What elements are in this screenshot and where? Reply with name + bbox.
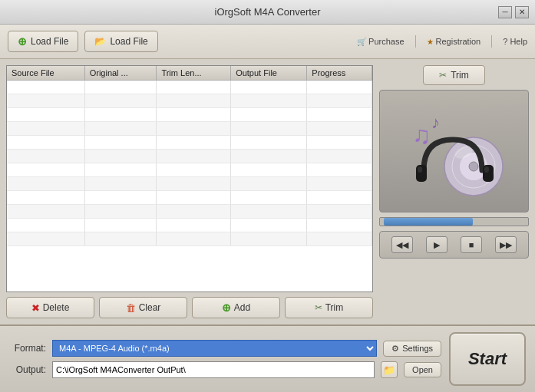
file-table: Source File Original ... Trim Len... Out… xyxy=(7,66,372,246)
svg-text:♫: ♫ xyxy=(412,121,431,149)
trim-btn-container: ✂ Trim xyxy=(379,65,529,85)
right-panel: ✂ Trim ♫ ♪ xyxy=(379,65,529,318)
delete-label: Delete xyxy=(43,302,70,313)
table-row xyxy=(7,81,372,94)
title-bar: iOrgSoft M4A Converter ─ ✕ xyxy=(0,0,535,25)
toolbar-divider-2 xyxy=(491,35,492,48)
table-row xyxy=(7,136,372,150)
delete-button[interactable]: ✖ Delete xyxy=(6,297,94,318)
action-buttons: ✖ Delete 🗑 Clear ⊕ Add ✂ Trim xyxy=(6,297,373,318)
table-row xyxy=(7,122,372,136)
start-label: Start xyxy=(468,349,507,369)
folder-icon: 📁 xyxy=(383,364,395,376)
trim-icon: ✂ xyxy=(315,302,322,313)
play-button[interactable]: ▶ xyxy=(426,236,447,253)
delete-icon: ✖ xyxy=(31,302,40,314)
stop-button[interactable]: ■ xyxy=(461,236,482,253)
table-row xyxy=(7,219,372,232)
col-original: Original ... xyxy=(84,66,157,81)
forward-button[interactable]: ▶▶ xyxy=(495,236,517,253)
table-row xyxy=(7,94,372,108)
format-label: Format: xyxy=(9,343,46,354)
clear-button[interactable]: 🗑 Clear xyxy=(99,297,187,318)
settings-label: Settings xyxy=(402,344,433,353)
start-button[interactable]: Start xyxy=(449,332,526,386)
playback-controls: ◀◀ ▶ ■ ▶▶ xyxy=(379,231,529,259)
output-row: Output: 📁 Open xyxy=(9,361,441,378)
file-table-container: Source File Original ... Trim Len... Out… xyxy=(6,65,373,292)
browse-folder-button[interactable]: 📁 xyxy=(381,361,398,378)
svg-text:♪: ♪ xyxy=(431,113,440,132)
folder-load-icon: 📂 xyxy=(94,36,106,47)
format-row: Format: M4A - MPEG-4 Audio (*.m4a) MP3 -… xyxy=(9,340,441,357)
output-label: Output: xyxy=(9,364,46,375)
bottom-panel: Format: M4A - MPEG-4 Audio (*.m4a) MP3 -… xyxy=(0,324,535,392)
col-source: Source File xyxy=(7,66,84,81)
load-file-1-button[interactable]: ⊕ Load File xyxy=(8,31,78,52)
output-path-input[interactable] xyxy=(52,361,375,378)
settings-button[interactable]: ⚙ Settings xyxy=(383,341,441,357)
clear-label: Clear xyxy=(139,302,161,313)
table-row xyxy=(7,205,372,219)
window-title: iOrgSoft M4A Converter xyxy=(215,6,321,18)
format-select[interactable]: M4A - MPEG-4 Audio (*.m4a) MP3 - MPEG Au… xyxy=(52,340,377,357)
table-row xyxy=(7,163,372,177)
progress-bar[interactable] xyxy=(379,217,529,226)
rewind-icon: ◀◀ xyxy=(396,240,408,250)
left-panel: Source File Original ... Trim Len... Out… xyxy=(6,65,373,318)
preview-area: ♫ ♪ xyxy=(379,90,529,212)
rewind-button[interactable]: ◀◀ xyxy=(391,236,413,253)
stop-icon: ■ xyxy=(469,240,474,249)
table-row xyxy=(7,108,372,122)
bottom-left: Format: M4A - MPEG-4 Audio (*.m4a) MP3 -… xyxy=(9,340,441,378)
add-icon: ⊕ xyxy=(222,301,231,314)
toolbar-right: 🛒 Purchase ★ Registration ? Help xyxy=(357,35,527,48)
col-output: Output File xyxy=(231,66,307,81)
minimize-button[interactable]: ─ xyxy=(498,6,512,18)
load-file-2-button[interactable]: 📂 Load File xyxy=(84,31,157,52)
help-icon: ? xyxy=(503,37,507,46)
open-label: Open xyxy=(412,365,433,374)
registration-link[interactable]: ★ Registration xyxy=(427,37,481,46)
col-progress: Progress xyxy=(307,66,372,81)
table-row xyxy=(7,191,372,205)
reg-icon: ★ xyxy=(427,38,434,46)
preview-illustration: ♫ ♪ xyxy=(401,97,508,205)
table-row xyxy=(7,150,372,163)
trim-scissor-icon: ✂ xyxy=(439,70,447,81)
trim-action-button[interactable]: ✂ Trim xyxy=(285,297,373,318)
table-row xyxy=(7,177,372,191)
trim-label: Trim xyxy=(325,302,344,313)
main-container: ⊕ Load File 📂 Load File 🛒 Purchase ★ Reg… xyxy=(0,25,535,392)
svg-point-5 xyxy=(469,162,478,171)
toolbar: ⊕ Load File 📂 Load File 🛒 Purchase ★ Reg… xyxy=(0,25,535,59)
col-trim: Trim Len... xyxy=(157,66,231,81)
purchase-icon: 🛒 xyxy=(357,38,366,46)
close-button[interactable]: ✕ xyxy=(515,6,529,18)
clear-icon: 🗑 xyxy=(126,302,136,314)
play-icon: ▶ xyxy=(434,240,440,250)
content-area: Source File Original ... Trim Len... Out… xyxy=(0,59,535,324)
svg-rect-9 xyxy=(418,166,422,173)
add-label: Add xyxy=(234,302,250,313)
toolbar-left: ⊕ Load File 📂 Load File xyxy=(8,31,158,52)
trim-main-label: Trim xyxy=(451,70,469,81)
svg-rect-10 xyxy=(484,166,489,173)
window-controls: ─ ✕ xyxy=(498,6,529,18)
gear-icon: ⚙ xyxy=(391,344,399,354)
table-row xyxy=(7,232,372,246)
progress-thumb xyxy=(384,218,473,226)
open-button[interactable]: Open xyxy=(404,362,441,377)
toolbar-divider xyxy=(415,35,416,48)
load-file-2-label: Load File xyxy=(110,36,147,47)
forward-icon: ▶▶ xyxy=(500,240,512,250)
plus-icon: ⊕ xyxy=(18,35,27,48)
load-file-1-label: Load File xyxy=(31,36,68,47)
purchase-link[interactable]: 🛒 Purchase xyxy=(357,37,404,46)
trim-main-button[interactable]: ✂ Trim xyxy=(423,65,485,85)
help-link[interactable]: ? Help xyxy=(503,37,527,46)
add-button[interactable]: ⊕ Add xyxy=(192,297,280,318)
